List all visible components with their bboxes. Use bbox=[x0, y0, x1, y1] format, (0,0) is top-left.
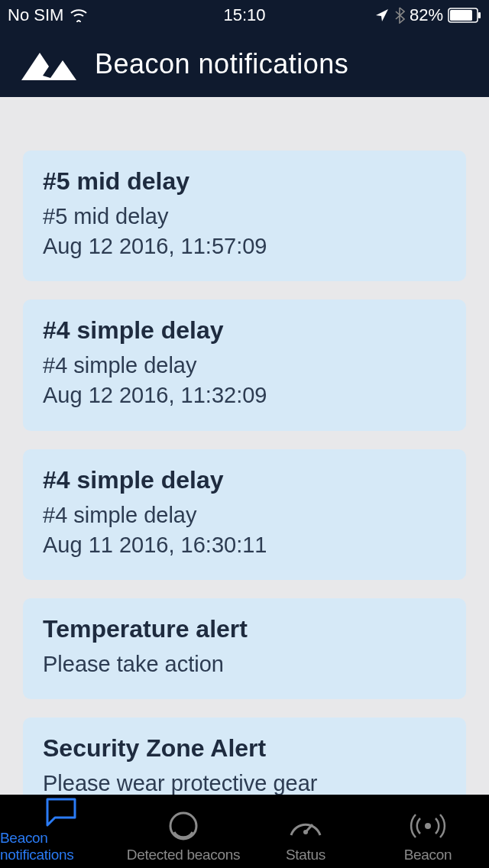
bluetooth-icon bbox=[394, 7, 405, 24]
tab-bar: Beacon notifications Detected beacons St… bbox=[0, 795, 489, 868]
tab-detected-beacons[interactable]: Detected beacons bbox=[122, 795, 244, 868]
notification-body: #4 simple delay bbox=[43, 500, 446, 530]
notification-title: #4 simple delay bbox=[43, 316, 446, 345]
notification-body: Please take action bbox=[43, 649, 446, 679]
svg-rect-2 bbox=[478, 12, 481, 18]
notification-card[interactable]: #4 simple delay #4 simple delay Aug 11 2… bbox=[23, 449, 466, 580]
tab-label: Detected beacons bbox=[127, 847, 240, 863]
carrier-text: No SIM bbox=[8, 5, 63, 25]
notification-title: #4 simple delay bbox=[43, 466, 446, 494]
notification-title: Temperature alert bbox=[43, 615, 446, 643]
notifications-list[interactable]: #5 mid delay #5 mid delay Aug 12 2016, 1… bbox=[0, 97, 489, 795]
status-left: No SIM bbox=[8, 5, 88, 25]
notification-body: #4 simple delay bbox=[43, 351, 446, 381]
tab-beacon-notifications[interactable]: Beacon notifications bbox=[0, 795, 122, 868]
status-bar: No SIM 15:10 82% bbox=[0, 0, 489, 31]
notification-card[interactable]: #5 mid delay #5 mid delay Aug 12 2016, 1… bbox=[23, 151, 466, 281]
tab-beacon[interactable]: Beacon bbox=[367, 795, 489, 868]
location-arrow-icon bbox=[374, 8, 390, 23]
broadcast-icon bbox=[409, 807, 447, 845]
wifi-icon bbox=[70, 8, 88, 22]
notification-timestamp: Aug 12 2016, 11:57:09 bbox=[43, 232, 446, 261]
notification-title: Security Zone Alert bbox=[43, 734, 446, 763]
battery-percent: 82% bbox=[410, 5, 443, 25]
notification-card[interactable]: Temperature alert Please take action bbox=[23, 598, 466, 699]
notification-timestamp: Aug 12 2016, 11:32:09 bbox=[43, 381, 446, 410]
tab-label: Beacon bbox=[404, 847, 452, 863]
mountains-logo-icon bbox=[18, 47, 79, 82]
circle-icon bbox=[167, 807, 200, 845]
tab-label: Status bbox=[286, 847, 325, 863]
tab-status[interactable]: Status bbox=[244, 795, 367, 868]
svg-point-6 bbox=[425, 823, 431, 829]
svg-rect-1 bbox=[450, 10, 472, 21]
battery-icon bbox=[448, 8, 481, 23]
page-title: Beacon notifications bbox=[95, 48, 348, 80]
notification-body: #5 mid delay bbox=[43, 202, 446, 232]
status-time: 15:10 bbox=[223, 5, 265, 25]
status-right: 82% bbox=[374, 5, 481, 25]
notification-card[interactable]: #4 simple delay #4 simple delay Aug 12 2… bbox=[23, 300, 466, 430]
notification-body: Please wear protective gear bbox=[43, 769, 446, 795]
chat-icon bbox=[43, 795, 79, 828]
gauge-icon bbox=[287, 807, 325, 845]
nav-bar: Beacon notifications bbox=[0, 31, 489, 97]
notification-title: #5 mid delay bbox=[43, 167, 446, 196]
tab-label: Beacon notifications bbox=[0, 830, 122, 863]
notification-timestamp: Aug 11 2016, 16:30:11 bbox=[43, 530, 446, 560]
notification-card[interactable]: Security Zone Alert Please wear protecti… bbox=[23, 717, 466, 795]
svg-point-3 bbox=[170, 813, 196, 839]
